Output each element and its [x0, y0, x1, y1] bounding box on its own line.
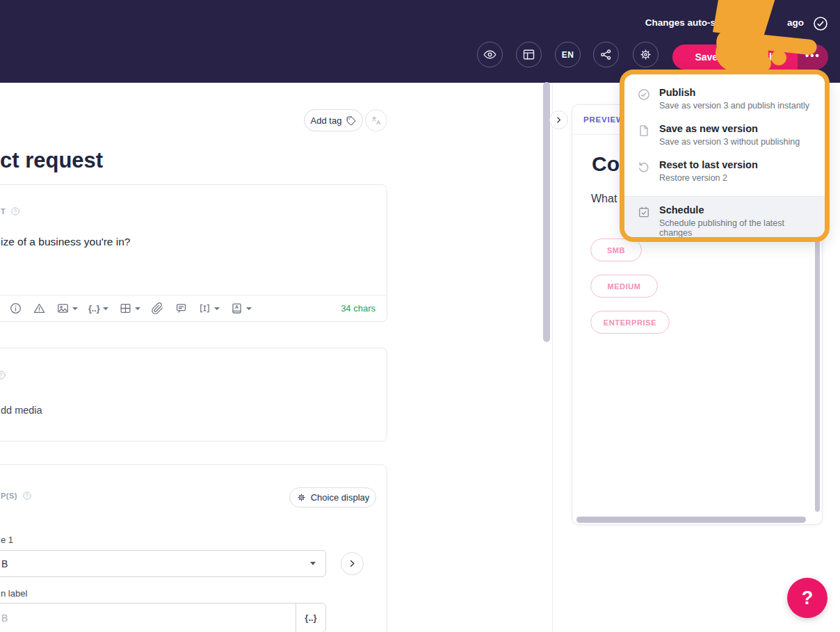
translate-button[interactable] — [365, 109, 387, 131]
help-button[interactable]: ? — [787, 578, 827, 618]
caret-down-icon — [214, 307, 220, 310]
next-steps-label: P(S) — [1, 492, 17, 500]
preview-question-text: What — [591, 193, 617, 205]
info-icon[interactable] — [9, 302, 22, 315]
char-count: 34 chars — [341, 303, 375, 314]
help-circle-icon[interactable] — [22, 491, 32, 501]
tag-icon — [346, 115, 356, 126]
add-media-label[interactable]: dd media — [1, 405, 42, 416]
comment-icon[interactable] — [175, 302, 188, 315]
dictionary-icon: A — [230, 302, 243, 315]
share-icon — [599, 47, 613, 62]
menu-item-reset-last-version[interactable]: Reset to last version Restore version 2 — [624, 154, 825, 190]
layout-icon — [522, 47, 536, 62]
preview-eye-button[interactable] — [477, 42, 503, 67]
help-circle-icon[interactable] — [0, 370, 6, 380]
preview-choice-enterprise[interactable]: ENTERPRISE — [590, 311, 670, 334]
menu-item-title: Schedule — [659, 204, 812, 216]
variables-icon: {..} — [305, 613, 316, 623]
next-steps-card: P(S) Choice display e 1 B n label — [0, 464, 387, 632]
tab-preview[interactable]: PREVIEW — [583, 115, 624, 124]
button-label-label: n label — [1, 588, 27, 599]
pane-divider — [552, 83, 553, 632]
menu-item-schedule[interactable]: Schedule Schedule publishing of the late… — [624, 197, 825, 237]
choice-display-button[interactable]: Choice display — [289, 487, 376, 508]
eye-icon — [483, 47, 497, 62]
menu-item-title: Publish — [659, 87, 809, 99]
gear-icon — [296, 492, 307, 503]
insert-variable-button[interactable]: {..} — [296, 603, 325, 632]
menu-item-subtitle: Save as version 3 without publishing — [659, 137, 800, 147]
ellipsis-icon: ••• — [805, 49, 821, 61]
caret-down-icon — [135, 307, 140, 310]
caret-down-icon — [103, 307, 108, 310]
add-tag-label: Add tag — [311, 115, 342, 126]
variables-icon: {..} — [88, 304, 100, 314]
menu-item-subtitle: Restore version 2 — [659, 173, 758, 183]
menu-item-subtitle: Schedule publishing of the latest change… — [659, 218, 812, 237]
save-publish-split-button: Save and publish ••• — [672, 44, 828, 70]
autosave-text-suffix: ago — [787, 17, 804, 28]
button-label-input[interactable] — [0, 603, 296, 632]
input-field-icon — [198, 302, 211, 315]
caret-down-icon — [246, 307, 252, 310]
collapse-preview-button[interactable] — [549, 111, 568, 129]
chevron-right-icon — [554, 115, 563, 124]
menu-item-title: Save as new version — [659, 123, 800, 135]
warning-icon[interactable] — [33, 302, 46, 315]
share-button[interactable] — [593, 42, 619, 67]
more-options-button[interactable]: ••• — [798, 44, 828, 70]
save-and-publish-button[interactable]: Save and publish — [672, 44, 798, 70]
gear-icon — [638, 47, 653, 62]
question-text-value[interactable]: ize of a business you're in? — [1, 236, 130, 248]
question-text-card: T ize of a business you're in? {..} — [0, 184, 387, 322]
calendar-check-icon — [637, 205, 651, 219]
image-icon — [56, 302, 70, 315]
choice-value-select[interactable]: B — [0, 550, 326, 577]
check-circle-icon — [637, 88, 651, 102]
caret-down-icon — [72, 307, 78, 310]
media-card: dd media — [0, 348, 387, 441]
layout-button[interactable] — [516, 42, 542, 67]
insert-image-button[interactable] — [56, 302, 78, 315]
chevron-right-icon — [347, 558, 357, 569]
next-step-button[interactable] — [341, 552, 364, 575]
menu-item-title: Reset to last version — [659, 159, 758, 171]
language-label: EN — [562, 50, 574, 60]
autosave-status: Changes auto-sav ago — [645, 17, 804, 28]
editor-toolbar: {..} — [0, 295, 387, 321]
insert-table-button[interactable] — [119, 302, 140, 315]
svg-text:A: A — [235, 305, 239, 309]
choice-value-selected: B — [1, 558, 8, 569]
button-label-field: {..} — [0, 603, 326, 632]
table-icon — [119, 302, 132, 315]
app-window: Changes auto-sav ago EN — [0, 0, 840, 632]
insert-input-field-button[interactable] — [198, 302, 220, 315]
help-circle-icon[interactable] — [10, 206, 20, 216]
caret-down-icon — [310, 562, 316, 565]
menu-item-save-new-version[interactable]: Save as new version Save as version 3 wi… — [624, 118, 825, 154]
question-mark-icon: ? — [802, 588, 814, 609]
translate-icon — [371, 115, 382, 127]
settings-button[interactable] — [633, 42, 659, 67]
insert-variable-button[interactable]: {..} — [88, 304, 108, 314]
preview-horizontal-scrollbar[interactable] — [576, 517, 806, 523]
menu-item-subtitle: Save as version 3 and publish instantly — [659, 101, 809, 111]
language-button[interactable]: EN — [555, 42, 581, 67]
undo-icon — [637, 160, 651, 174]
question-text-label: T — [1, 207, 6, 216]
autosave-text-prefix: Changes auto-sav — [645, 17, 726, 28]
question-title: ct request — [0, 148, 103, 173]
choice-number-label: e 1 — [1, 535, 13, 545]
add-tag-button[interactable]: Add tag — [304, 109, 363, 131]
dictionary-button[interactable]: A — [230, 302, 252, 315]
menu-item-publish[interactable]: Publish Save as version 3 and publish in… — [624, 81, 825, 118]
autosave-check-circle-icon — [812, 15, 829, 32]
document-icon — [637, 124, 651, 138]
choice-display-label: Choice display — [311, 492, 370, 503]
preview-choice-medium[interactable]: MEDIUM — [590, 275, 658, 298]
save-options-menu: Publish Save as version 3 and publish in… — [620, 70, 830, 242]
attachment-icon[interactable] — [151, 302, 164, 315]
